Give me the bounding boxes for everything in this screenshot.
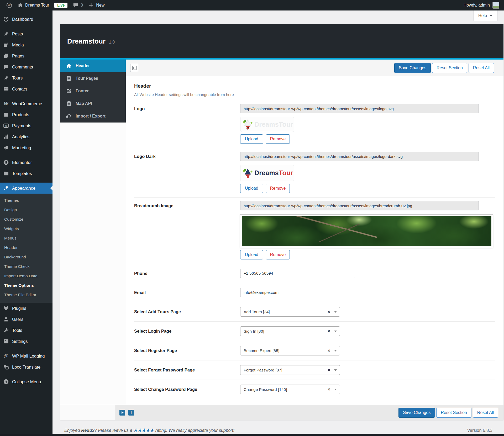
submenu-item-header[interactable]: Header <box>0 243 52 252</box>
sidebar-item-analytics[interactable]: Analytics <box>0 131 52 142</box>
help-dropdown[interactable]: Help <box>474 10 497 21</box>
facebook-icon[interactable]: f <box>128 410 134 416</box>
field-row-select-login-page: Select Login Page Sign In [80] × <box>134 322 495 341</box>
sidebar-item-contact[interactable]: Contact <box>0 83 52 94</box>
reset-section-button[interactable]: Reset Section <box>432 63 467 73</box>
submenu-item-background[interactable]: Background <box>0 252 52 262</box>
tab-import-export[interactable]: Import / Export <box>60 110 126 123</box>
sidebar-item-posts[interactable]: Posts <box>0 28 52 39</box>
wordpress-logo-menu[interactable]: W <box>4 0 15 10</box>
remove-button[interactable]: Remove <box>266 184 290 193</box>
save-changes-button[interactable]: Save Changes <box>394 63 431 73</box>
help-label: Help <box>478 13 487 18</box>
facebook-f-glyph: f <box>130 410 132 415</box>
tab-map-api[interactable]: Map API <box>60 97 126 110</box>
expand-options-button[interactable] <box>130 64 138 72</box>
options-main: Save Changes Reset Section Reset All Hea… <box>126 60 503 405</box>
sidebar-item-label: Appearance <box>12 186 35 191</box>
sidebar-item-wp-mail-logging[interactable]: @ WP Mail Logging <box>0 350 52 361</box>
field-label: Email <box>134 290 240 295</box>
sidebar-item-label: Marketing <box>12 145 31 150</box>
upload-button[interactable]: Upload <box>240 250 263 259</box>
submenu-item-menus[interactable]: Menus <box>0 233 52 243</box>
logo-url-input[interactable] <box>240 104 479 113</box>
page-footer: Enjoyed Redux? Please leave us a ★★★★★ r… <box>60 420 503 433</box>
submenu-item-widgets[interactable]: Widgets <box>0 224 52 233</box>
phone-input[interactable] <box>240 269 355 278</box>
submenu-item-customize[interactable]: Customize <box>0 215 52 224</box>
clear-selection-icon[interactable]: × <box>328 329 330 334</box>
submenu-item-design[interactable]: Design <box>0 205 52 215</box>
save-changes-button-bottom[interactable]: Save Changes <box>398 408 435 418</box>
register-page-select[interactable]: Become Expert [85] × <box>240 346 340 355</box>
sidebar-item-tours[interactable]: Tours <box>0 72 52 83</box>
sidebar-item-users[interactable]: Users <box>0 314 52 325</box>
sidebar-item-settings[interactable]: Settings <box>0 336 52 347</box>
envelope-icon <box>3 86 9 92</box>
youtube-icon[interactable] <box>119 410 125 416</box>
account-menu[interactable]: Howdy, admin <box>464 2 500 9</box>
tab-header[interactable]: Header <box>60 60 126 72</box>
woocommerce-icon: W <box>3 101 9 107</box>
home-icon <box>17 2 23 8</box>
upload-button[interactable]: Upload <box>240 134 263 144</box>
sidebar-item-marketing[interactable]: Marketing <box>0 142 52 153</box>
collapse-menu-label: Collapse Menu <box>12 379 41 384</box>
forget-password-page-select[interactable]: Forgot Password [87] × <box>240 365 340 375</box>
login-page-select[interactable]: Sign In [80] × <box>240 326 340 336</box>
selected-value: Change Password [140] <box>244 387 328 392</box>
reset-all-button[interactable]: Reset All <box>469 63 494 73</box>
reset-section-button-bottom[interactable]: Reset Section <box>436 408 471 418</box>
sidebar-item-comments[interactable]: Comments <box>0 61 52 72</box>
new-label: New <box>96 3 104 8</box>
submenu-item-theme-check[interactable]: Theme Check <box>0 262 52 271</box>
submenu-item-import-demo-data[interactable]: Import Demo Data <box>0 271 52 281</box>
sidebar-item-elementor[interactable]: Elementor <box>0 157 52 168</box>
email-input[interactable] <box>240 288 355 297</box>
sidebar-item-plugins[interactable]: Plugins <box>0 303 52 314</box>
remove-button[interactable]: Remove <box>266 250 290 259</box>
comments-shortcut[interactable]: 0 <box>70 0 86 10</box>
plug-icon <box>3 305 9 311</box>
sidebar-item-payments[interactable]: $ Payments <box>0 120 52 131</box>
elementor-icon <box>3 159 9 165</box>
translate-icon <box>3 364 9 370</box>
sidebar-item-templates[interactable]: Templates <box>0 168 52 179</box>
sidebar-separator <box>0 94 52 98</box>
sidebar-item-media[interactable]: Media <box>0 39 52 50</box>
sidebar-item-tools[interactable]: Tools <box>0 325 52 336</box>
submenu-item-theme-options[interactable]: Theme Options <box>0 281 52 290</box>
reset-all-button-bottom[interactable]: Reset All <box>473 408 498 418</box>
sidebar-item-pages[interactable]: Pages <box>0 50 52 61</box>
sidebar-item-dashboard[interactable]: Dashboard <box>0 14 52 25</box>
sidebar-item-woocommerce[interactable]: W WooCommerce <box>0 98 52 109</box>
change-password-page-select[interactable]: Change Password [140] × <box>240 385 340 394</box>
clear-selection-icon[interactable]: × <box>328 368 330 373</box>
logo-dark-url-input[interactable] <box>240 152 479 161</box>
clear-selection-icon[interactable]: × <box>328 387 330 392</box>
options-tab-rail: Header Tour Pages Footer Map API <box>60 60 126 405</box>
comments-count: 0 <box>81 3 83 8</box>
tab-footer[interactable]: Footer <box>60 85 126 97</box>
breadcrumb-url-input[interactable] <box>240 201 479 210</box>
field-label: Logo Dark <box>134 152 240 195</box>
tab-tour-pages[interactable]: Tour Pages <box>60 72 126 85</box>
site-link[interactable]: Dreams Tour <box>15 0 52 10</box>
redux-brand: Redux <box>81 428 94 433</box>
remove-button[interactable]: Remove <box>266 134 290 144</box>
new-content-menu[interactable]: New <box>86 0 107 10</box>
five-star-rating-link[interactable]: ★★★★★ <box>133 428 154 433</box>
sidebar-item-label: Plugins <box>12 306 26 311</box>
sidebar-item-products[interactable]: Products <box>0 109 52 120</box>
add-tours-page-select[interactable]: Add Tours [24] × <box>240 307 340 317</box>
payment-card-icon: $ <box>3 123 9 129</box>
sidebar-item-appearance[interactable]: Appearance <box>0 183 52 194</box>
submenu-item-theme-file-editor[interactable]: Theme File Editor <box>0 290 52 300</box>
sidebar-item-loco-translate[interactable]: Loco Translate <box>0 361 52 373</box>
collapse-menu-button[interactable]: Collapse Menu <box>0 376 52 387</box>
clear-selection-icon[interactable]: × <box>328 309 330 315</box>
clear-selection-icon[interactable]: × <box>328 348 330 353</box>
submenu-item-themes[interactable]: Themes <box>0 196 52 205</box>
upload-button[interactable]: Upload <box>240 184 263 193</box>
pages-icon <box>3 53 9 59</box>
